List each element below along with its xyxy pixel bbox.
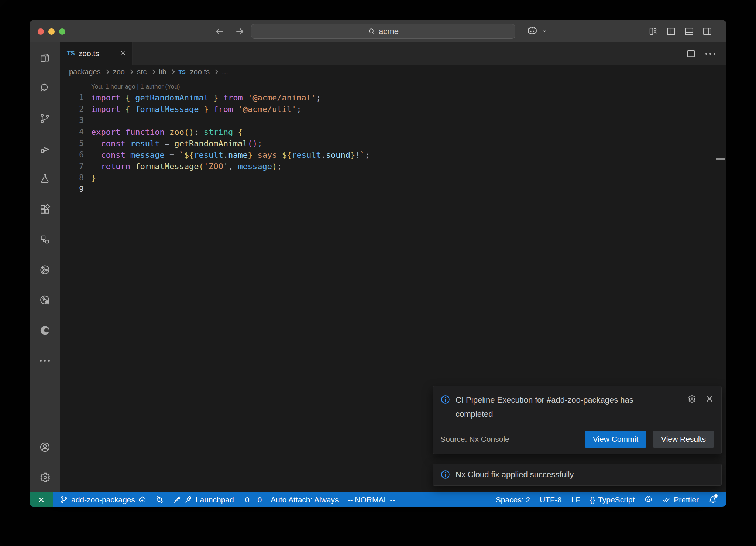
breadcrumb-overflow[interactable]: ...: [222, 68, 228, 76]
info-icon: [440, 470, 450, 482]
typescript-file-icon: TS: [67, 50, 75, 57]
code-text: import { formatMessage } from '@acme/uti…: [91, 103, 302, 115]
more-actions-icon[interactable]: [705, 53, 715, 55]
accounts-icon[interactable]: [30, 432, 60, 462]
breadcrumb-item[interactable]: lib: [159, 68, 166, 76]
notification-badge-dot: [714, 494, 718, 498]
view-results-button[interactable]: View Results: [653, 431, 714, 448]
search-value: acme: [379, 27, 399, 36]
notification-message: CI Pipeline Execution for #add-zoo-packa…: [456, 393, 657, 421]
notification-source: Source: Nx Console: [440, 435, 509, 444]
testing-icon[interactable]: [30, 164, 60, 194]
notification-toasts: CI Pipeline Execution for #add-zoo-packa…: [433, 386, 722, 486]
eol-status[interactable]: LF: [571, 495, 581, 504]
code-line[interactable]: 7 return formatMessage('ZOO', message);: [60, 161, 726, 172]
code-text: const result = getRandomAnimal();: [91, 138, 262, 149]
zoom-window-button[interactable]: [59, 28, 65, 35]
launchpad-status[interactable]: Launchpad: [173, 495, 234, 504]
compare-branches-icon: [155, 495, 164, 504]
run-debug-icon[interactable]: [30, 133, 60, 164]
activity-bar: [30, 42, 60, 492]
close-window-button[interactable]: [38, 28, 44, 35]
code-line[interactable]: 8}: [60, 172, 726, 184]
view-commit-button[interactable]: View Commit: [585, 431, 646, 448]
explorer-icon[interactable]: [30, 42, 60, 73]
code-line[interactable]: 5 const result = getRandomAnimal();: [60, 138, 726, 149]
typescript-file-icon: TS: [179, 69, 186, 75]
launchpad-rocket-icon: [173, 495, 181, 504]
remote-indicator[interactable]: [30, 492, 53, 507]
references-view-icon[interactable]: [30, 224, 60, 255]
errors-count: 0: [245, 495, 250, 504]
breadcrumb-item[interactable]: packages: [69, 68, 101, 76]
code-text: }: [91, 172, 96, 184]
tab-zoo-ts[interactable]: TS zoo.ts: [60, 42, 133, 65]
copilot-status[interactable]: [644, 495, 653, 504]
problems-status[interactable]: 0 0: [243, 495, 262, 504]
breadcrumb-item[interactable]: src: [137, 68, 147, 76]
toggle-secondary-sidebar-icon[interactable]: [702, 26, 712, 37]
navigate-back-icon[interactable]: [214, 26, 225, 37]
braces-icon: {}: [590, 495, 595, 504]
edge-browser-icon[interactable]: [30, 315, 60, 345]
breadcrumb: packages zoo src lib TS zoo.ts ...: [60, 65, 726, 79]
line-number: 4: [60, 126, 84, 138]
copilot-icon: [526, 25, 538, 37]
code-line[interactable]: 2import { formatMessage } from '@acme/ut…: [60, 103, 726, 115]
notification-close-icon[interactable]: [705, 395, 714, 403]
toggle-primary-sidebar-icon[interactable]: [666, 26, 676, 37]
command-center-search[interactable]: acme: [251, 24, 515, 39]
line-number: 9: [60, 184, 84, 195]
extensions-icon[interactable]: [30, 194, 60, 224]
navigate-forward-icon[interactable]: [234, 26, 245, 37]
tab-label: zoo.ts: [79, 49, 99, 58]
code-line[interactable]: 9: [60, 184, 726, 195]
line-number: 1: [60, 92, 84, 103]
rocket-icon: [184, 495, 193, 504]
git-branch-icon: [60, 495, 68, 504]
auto-attach-status[interactable]: Auto Attach: Always: [271, 495, 339, 504]
settings-gear-icon[interactable]: [30, 462, 60, 492]
notification-pipeline: CI Pipeline Execution for #add-zoo-packa…: [433, 386, 722, 454]
notification-message: Nx Cloud fix applied successfully: [456, 470, 574, 480]
info-icon: [440, 395, 450, 406]
vim-mode-status[interactable]: -- NORMAL --: [348, 495, 395, 504]
nx-cloud-inspect-icon[interactable]: [30, 285, 60, 315]
toggle-panel-icon[interactable]: [684, 26, 694, 37]
line-number: 3: [60, 115, 84, 126]
title-bar: acme: [30, 20, 726, 42]
minimize-window-button[interactable]: [48, 28, 55, 35]
split-editor-icon[interactable]: [686, 49, 696, 58]
notification-nx-cloud: Nx Cloud fix applied successfully: [433, 464, 722, 486]
code-line[interactable]: 1import { getRandomAnimal } from '@acme/…: [60, 92, 726, 103]
language-mode-status[interactable]: {} TypeScript: [590, 495, 635, 504]
code-line[interactable]: 4export function zoo(): string {: [60, 126, 726, 138]
breadcrumb-file[interactable]: TS zoo.ts: [179, 68, 210, 76]
code-line[interactable]: 6 const message = `${result.name} says $…: [60, 149, 726, 161]
additional-views-icon[interactable]: [30, 345, 60, 376]
publish-changes-icon: [138, 495, 147, 504]
encoding-status[interactable]: UTF-8: [540, 495, 562, 504]
customize-layout-icon[interactable]: [648, 26, 658, 37]
close-tab-icon[interactable]: [120, 50, 126, 58]
vscode-window: acme: [30, 20, 726, 507]
line-number: 6: [60, 149, 84, 161]
code-text: import { getRandomAnimal } from '@acme/a…: [91, 92, 321, 103]
indentation-status[interactable]: Spaces: 2: [496, 495, 530, 504]
code-line[interactable]: 3: [60, 115, 726, 126]
indent-guide: [92, 138, 92, 172]
formatter-status[interactable]: Prettier: [662, 495, 699, 504]
copilot-menu[interactable]: [526, 25, 548, 37]
breadcrumb-item[interactable]: zoo: [113, 68, 125, 76]
search-view-icon[interactable]: [30, 73, 60, 103]
source-control-icon[interactable]: [30, 103, 60, 133]
warnings-count: 0: [257, 495, 262, 504]
notifications-bell[interactable]: [708, 495, 717, 504]
nx-console-icon[interactable]: [30, 255, 60, 285]
git-branch-status[interactable]: add-zoo-packages: [60, 495, 147, 504]
gitlens-compare-status[interactable]: [155, 495, 164, 504]
double-check-icon: [662, 495, 671, 504]
notification-settings-gear-icon[interactable]: [687, 395, 696, 403]
overview-ruler-cursor-mark: [716, 158, 725, 160]
line-number: 5: [60, 138, 84, 149]
